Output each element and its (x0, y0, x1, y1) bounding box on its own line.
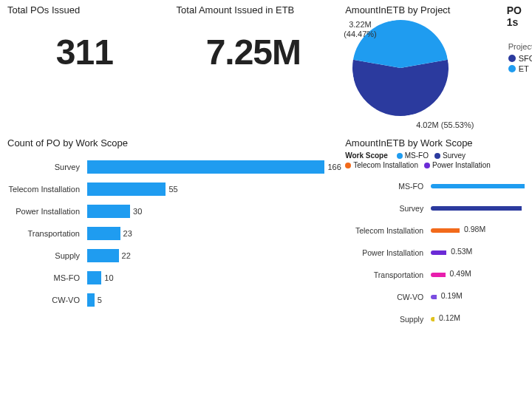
bar-row: Telecom Installation 0.98M (345, 219, 525, 242)
bar-category: Supply (7, 251, 83, 260)
bar-row: Supply 0.12M (345, 308, 525, 330)
bar-category: Telecom Installation (7, 185, 83, 194)
legend-label: Survey (443, 151, 466, 160)
legend-item[interactable]: MS-FO (397, 151, 429, 160)
bar-category: CW-VO (7, 296, 83, 304)
legend-label: MS-FO (405, 151, 429, 160)
bar-value: 0.49M (450, 269, 471, 278)
bar-category: MS-FO (345, 182, 426, 191)
bar-category: Telecom Installation (345, 226, 426, 235)
bar-row: Power Installation 0.53M (345, 242, 525, 264)
legend-swatch (397, 153, 403, 159)
bar-value: 0.98M (464, 225, 485, 233)
bar-fill[interactable] (87, 249, 119, 262)
bar-row: Power Installation 30 (7, 200, 330, 222)
kpi-total-amount: Total Amount Issued in ETB 7.25M (169, 0, 338, 133)
bar-row: CW-VO 0.19M (345, 286, 525, 308)
pie-chart: AmountInETB by Project 4.02M (55.53%) 3.… (338, 0, 507, 133)
kpi-total-pos-value: 311 (7, 32, 162, 72)
bar-value: 22 (122, 249, 131, 262)
bar-row: Transportation 23 (7, 222, 330, 245)
amount-bars-title: AmountInETB by Work Scope (345, 137, 525, 149)
amount-bars-legend: Work ScopeMS-FOSurveyTelecom Installatio… (345, 151, 525, 169)
legend-swatch (434, 153, 440, 159)
kpi-total-amount-value: 7.25M (177, 32, 331, 72)
legend-item[interactable]: Survey (434, 151, 466, 160)
pie-title: AmountInETB by Project (345, 4, 499, 16)
bar-fill[interactable] (87, 271, 101, 284)
pie-slice-label-et: 3.22M (44.47%) (344, 20, 377, 39)
legend-label: Power Installation (432, 161, 491, 169)
pie-slice-label-sfc: 4.02M (55.53%) (416, 120, 474, 130)
bar-value: 23 (123, 227, 132, 240)
legend-item[interactable]: Power Installation (424, 161, 491, 169)
bar-fill[interactable] (431, 295, 437, 299)
cutoff-tile: PO 1s (507, 0, 532, 133)
bar-value: 5 (98, 293, 102, 307)
bar-value: 30 (133, 205, 142, 218)
kpi-total-pos: Total POs Issued 311 (0, 0, 169, 133)
bar-value: 0.19M (441, 291, 463, 300)
bar-fill[interactable] (87, 293, 95, 307)
bar-category: Survey (345, 204, 426, 213)
legend-label: Telecom Installation (353, 161, 418, 169)
bar-row: Telecom Installation 55 (7, 178, 330, 200)
bar-category: Supply (345, 315, 426, 324)
bar-category: Power Installation (345, 248, 426, 257)
bar-category: Survey (7, 163, 83, 171)
count-bars-title: Count of PO by Work Scope (7, 137, 330, 149)
bar-category: Transportation (7, 229, 83, 238)
bar-fill[interactable] (87, 160, 324, 174)
bar-category: Power Installation (7, 207, 83, 216)
count-bars: Survey 166 Telecom Installation 55 Power… (7, 156, 330, 311)
bar-value: 10 (104, 271, 113, 284)
bar-fill[interactable] (431, 206, 522, 211)
bar-value: 55 (168, 183, 177, 196)
amount-bars-tile: AmountInETB by Work Scope Work ScopeMS-F… (338, 133, 532, 399)
cutoff-line1: PO (507, 4, 525, 16)
bar-row: Survey (345, 197, 525, 219)
kpi-total-amount-title: Total Amount Issued in ETB (177, 4, 331, 16)
bar-row: Supply 22 (7, 245, 330, 267)
bar-row: Survey 166 (7, 156, 330, 178)
bar-row: MS-FO (345, 175, 525, 197)
bar-fill[interactable] (431, 250, 446, 255)
kpi-total-pos-title: Total POs Issued (7, 4, 162, 16)
bar-row: Transportation 0.49M (345, 264, 525, 286)
bar-fill[interactable] (431, 184, 525, 188)
legend-swatch (424, 163, 430, 168)
bar-value: 0.12M (439, 313, 460, 322)
bar-fill[interactable] (87, 205, 130, 218)
legend-title: Work Scope (345, 151, 388, 160)
bar-row: MS-FO 10 (7, 267, 330, 289)
legend-swatch (345, 163, 351, 168)
bar-fill[interactable] (431, 317, 434, 321)
count-bars-tile: Count of PO by Work Scope Survey 166 Tel… (0, 133, 338, 399)
bar-value: 0.53M (451, 247, 472, 256)
bar-category: CW-VO (345, 293, 426, 301)
amount-bars: MS-FO Survey Telecom Installation 0.98M … (345, 175, 525, 330)
bar-fill[interactable] (87, 227, 120, 240)
bar-fill[interactable] (87, 183, 166, 196)
bar-fill[interactable] (431, 273, 445, 277)
bar-category: Transportation (345, 270, 426, 279)
bar-row: CW-VO 5 (7, 289, 330, 311)
legend-item[interactable]: Telecom Installation (345, 161, 418, 169)
bar-fill[interactable] (431, 228, 460, 233)
cutoff-line2: 1s (507, 16, 525, 28)
bar-category: MS-FO (7, 273, 83, 282)
